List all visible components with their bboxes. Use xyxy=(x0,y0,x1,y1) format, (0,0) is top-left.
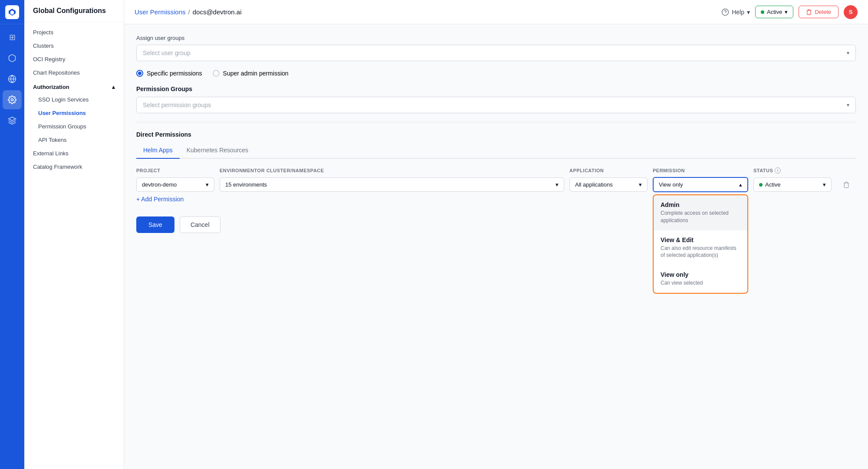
super-admin-label: Super admin permission xyxy=(223,70,289,77)
page-content: Assign user groups Select user group ▾ S… xyxy=(124,24,868,469)
nav-icon-gear[interactable] xyxy=(3,90,22,109)
col-permission: PERMISSION xyxy=(653,168,748,173)
super-admin-radio[interactable] xyxy=(213,70,220,77)
permission-groups-chevron: ▾ xyxy=(847,102,849,108)
application-select[interactable]: All applications ▾ xyxy=(569,177,648,192)
user-group-select[interactable]: Select user group ▾ xyxy=(136,45,856,61)
user-group-placeholder: Select user group xyxy=(143,49,191,56)
breadcrumb-current: docs@devtron.ai xyxy=(193,8,242,16)
nav-icon-layers[interactable] xyxy=(3,111,22,130)
nav-icon-grid[interactable]: ⊞ xyxy=(3,28,22,47)
status-label: Active xyxy=(767,9,782,15)
status-dot xyxy=(761,10,764,14)
breadcrumb-link[interactable]: User Permissions xyxy=(135,8,186,16)
cancel-button[interactable]: Cancel xyxy=(180,216,220,233)
col-application: APPLICATION xyxy=(569,168,648,173)
nav-item-clusters[interactable]: Clusters xyxy=(24,39,124,52)
permission-type-group: Specific permissions Super admin permiss… xyxy=(136,70,856,77)
nav-icon-globe[interactable] xyxy=(3,69,22,89)
nav-item-projects[interactable]: Projects xyxy=(24,26,124,39)
environment-select[interactable]: 15 environments ▾ xyxy=(220,177,564,192)
direct-permissions-title: Direct Permissions xyxy=(136,131,856,138)
breadcrumb: User Permissions / docs@devtron.ai xyxy=(135,8,242,16)
permission-groups-select[interactable]: Select permission groups ▾ xyxy=(136,97,856,113)
row-status-dot xyxy=(759,183,763,187)
nav-item-chart-repos[interactable]: Chart Repositories xyxy=(24,66,124,79)
svg-point-2 xyxy=(11,99,13,101)
dropdown-item-view-only[interactable]: View only Can view selected xyxy=(654,265,747,293)
user-avatar[interactable]: S xyxy=(844,5,858,19)
permission-dropdown: Admin Complete access on selected applic… xyxy=(653,194,748,294)
help-button[interactable]: Help ▾ xyxy=(721,8,750,16)
save-button[interactable]: Save xyxy=(136,216,174,233)
row-status-select[interactable]: Active ▾ xyxy=(753,177,832,192)
icon-sidebar: ⊞ xyxy=(0,0,24,469)
col-status: STATUS i xyxy=(753,167,832,174)
app-logo xyxy=(5,5,19,19)
assign-user-groups-label: Assign user groups xyxy=(136,35,856,41)
tab-helm-apps[interactable]: Helm Apps xyxy=(136,142,180,159)
delete-row-button[interactable] xyxy=(837,181,856,188)
icon-nav: ⊞ xyxy=(3,24,22,469)
specific-permissions-option[interactable]: Specific permissions xyxy=(136,70,202,77)
permission-select[interactable]: View only ▴ xyxy=(653,177,748,192)
permissions-table-header: PROJECT ENVIRONMENTOR CLUSTER/NAMESPACE … xyxy=(136,167,856,177)
nav-subitem-permission-groups[interactable]: Permission Groups xyxy=(24,120,124,133)
nav-subitem-sso[interactable]: SSO Login Services xyxy=(24,93,124,106)
main-content: User Permissions / docs@devtron.ai Help … xyxy=(124,0,868,469)
user-group-chevron: ▾ xyxy=(847,50,849,56)
nav-icon-cube[interactable] xyxy=(3,49,22,68)
top-actions: Help ▾ Active ▾ Delete S xyxy=(721,5,858,19)
nav-section-main: Projects Clusters OCI Registry Chart Rep… xyxy=(24,22,124,177)
nav-subitem-api-tokens[interactable]: API Tokens xyxy=(24,133,124,147)
col-project: PROJECT xyxy=(136,168,214,173)
status-info-icon[interactable]: i xyxy=(775,167,781,174)
help-icon xyxy=(721,8,729,16)
section-divider xyxy=(136,122,856,122)
permission-groups-title: Permission Groups xyxy=(136,85,856,92)
nav-subitem-user-permissions[interactable]: User Permissions xyxy=(24,106,124,120)
dropdown-item-view-edit[interactable]: View & Edit Can also edit resource manif… xyxy=(654,230,747,266)
super-admin-option[interactable]: Super admin permission xyxy=(213,70,289,77)
project-select[interactable]: devtron-demo ▾ xyxy=(136,177,214,192)
nav-item-catalog[interactable]: Catalog Framework xyxy=(24,160,124,174)
delete-button[interactable]: Delete xyxy=(799,6,838,18)
permission-row: devtron-demo ▾ 15 environments ▾ All app… xyxy=(136,177,856,192)
specific-permissions-label: Specific permissions xyxy=(147,70,202,77)
top-bar: User Permissions / docs@devtron.ai Help … xyxy=(124,0,868,24)
permission-groups-placeholder: Select permission groups xyxy=(143,102,211,108)
nav-group-authorization[interactable]: Authorization ▴ xyxy=(24,79,124,93)
col-environment: ENVIRONMENTOR CLUSTER/NAMESPACE xyxy=(220,168,564,173)
left-nav: Global Configurations Projects Clusters … xyxy=(24,0,124,469)
app-title: Global Configurations xyxy=(24,0,124,22)
delete-row-icon xyxy=(843,181,850,188)
nav-item-external-links[interactable]: External Links xyxy=(24,147,124,160)
permission-select-container: View only ▴ Admin Complete access on sel… xyxy=(653,177,748,192)
permission-tabs: Helm Apps Kubernetes Resources xyxy=(136,142,856,159)
status-dropdown[interactable]: Active ▾ xyxy=(755,6,793,18)
specific-permissions-radio[interactable] xyxy=(136,70,143,77)
logo-area[interactable] xyxy=(0,0,24,24)
svg-marker-3 xyxy=(9,117,16,121)
breadcrumb-separator: / xyxy=(188,8,190,16)
dropdown-item-admin[interactable]: Admin Complete access on selected applic… xyxy=(654,195,747,230)
nav-item-oci[interactable]: OCI Registry xyxy=(24,52,124,66)
trash-icon xyxy=(806,9,812,15)
tab-kubernetes[interactable]: Kubernetes Resources xyxy=(180,142,255,159)
